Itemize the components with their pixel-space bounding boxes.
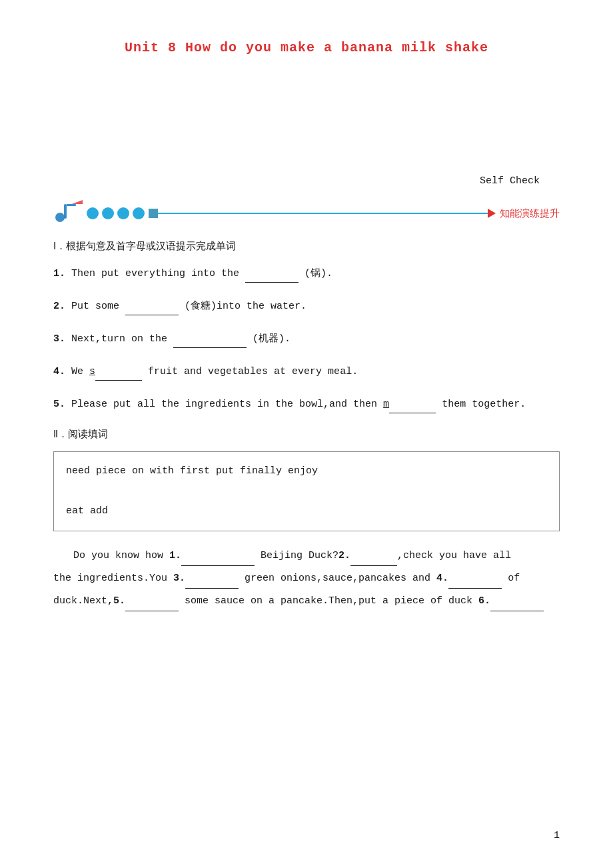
svg-point-0: [55, 213, 65, 222]
q1-hint: (锅).: [305, 268, 332, 279]
reading-blank-2[interactable]: [350, 554, 397, 566]
page-number: 1: [554, 830, 560, 841]
section-ii-title: Ⅱ．阅读填词: [53, 428, 560, 441]
decorative-bar: 知能演练提升: [53, 199, 560, 228]
question-4: 4. We s fruit and vegetables at every me…: [53, 363, 560, 381]
question-2: 2. Put some (食糖)into the water.: [53, 297, 560, 315]
deco-label: 知能演练提升: [500, 207, 560, 220]
question-1: 1. Then put everything into the (锅).: [53, 265, 560, 283]
q5-text-before: Please put all the ingredients in the bo…: [71, 399, 383, 410]
deco-line-area: 知能演练提升: [149, 207, 560, 220]
q5-start-letter: m: [383, 399, 389, 410]
q4-blank[interactable]: [95, 369, 142, 381]
reading-line-2: the ingredients.You 3. green onions,sauc…: [53, 569, 560, 589]
reading-line-3: duck.Next,5. some sauce on a pancake.The…: [53, 591, 560, 611]
reading-blank-5[interactable]: [125, 599, 179, 611]
q4-text-before: We: [71, 366, 89, 377]
reading-blank-6[interactable]: [490, 599, 544, 611]
q2-blank[interactable]: [125, 303, 179, 315]
question-3: 3. Next,turn on the (机器).: [53, 330, 560, 348]
section-i-title: Ⅰ．根据句意及首字母或汉语提示完成单词: [53, 240, 560, 253]
q3-number: 3.: [53, 333, 65, 345]
q1-blank[interactable]: [245, 271, 299, 283]
reading-num-2: 2.: [338, 550, 350, 561]
reading-blank-3[interactable]: [185, 577, 239, 589]
word-box-content: need piece on with first put finally enj…: [66, 465, 318, 517]
question-5: 5. Please put all the ingredients in the…: [53, 395, 560, 413]
reading-num-1: 1.: [169, 550, 181, 561]
q5-blank[interactable]: [389, 401, 436, 413]
deco-line: [158, 213, 488, 214]
reading-num-4: 4.: [436, 573, 448, 584]
reading-num-5: 5.: [113, 595, 125, 607]
q5-text-after: them together.: [442, 399, 526, 410]
svg-rect-1: [64, 204, 67, 219]
page-title: Unit 8 How do you make a banana milk sha…: [53, 40, 560, 55]
word-box: need piece on with first put finally enj…: [53, 451, 560, 531]
q1-text-before: Then put everything into the: [71, 268, 245, 279]
reading-num-6: 6.: [478, 595, 490, 607]
q2-text-before: Put some: [71, 301, 125, 312]
q3-text-before: Next,turn on the: [71, 333, 173, 345]
reading-text: Do you know how 1. Beijing Duck?2.,check…: [53, 546, 560, 611]
pencil-icon: [53, 199, 83, 228]
q4-text-after: fruit and vegetables at every meal.: [148, 366, 358, 377]
deco-dots: [87, 207, 145, 219]
reading-line-1: Do you know how 1. Beijing Duck?2.,check…: [53, 546, 560, 566]
q3-hint: (机器).: [253, 333, 291, 345]
deco-arrow-icon: [488, 209, 496, 218]
self-check-label: Self Check: [53, 175, 540, 187]
q5-number: 5.: [53, 399, 65, 410]
q2-number: 2.: [53, 301, 65, 312]
q4-start-letter: s: [89, 366, 95, 377]
q1-number: 1.: [53, 268, 65, 279]
q2-hint: (食糖)into the water.: [185, 301, 306, 312]
q3-blank[interactable]: [173, 336, 247, 348]
svg-marker-4: [488, 209, 496, 218]
svg-rect-2: [67, 204, 76, 206]
reading-num-3: 3.: [173, 573, 185, 584]
svg-marker-3: [72, 200, 83, 204]
reading-blank-4[interactable]: [448, 577, 502, 589]
reading-blank-1[interactable]: [181, 554, 255, 566]
deco-small-box: [149, 209, 158, 218]
q4-number: 4.: [53, 366, 65, 377]
